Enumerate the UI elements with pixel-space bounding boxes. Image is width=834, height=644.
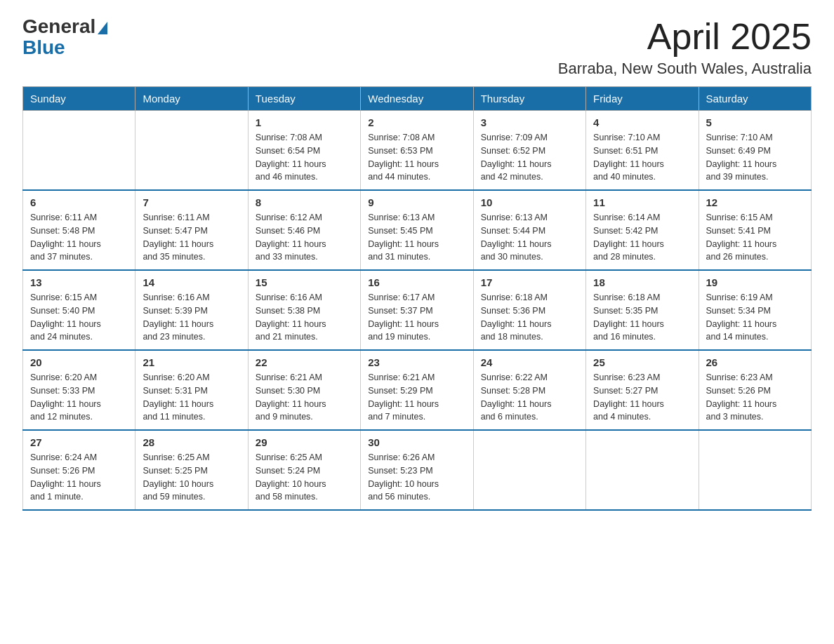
day-info: Sunrise: 6:16 AMSunset: 5:39 PMDaylight:… [143,291,240,344]
calendar-header: SundayMondayTuesdayWednesdayThursdayFrid… [23,87,812,111]
day-number: 6 [30,196,128,208]
day-info: Sunrise: 7:08 AMSunset: 6:53 PMDaylight:… [368,131,465,184]
day-info: Sunrise: 6:15 AMSunset: 5:40 PMDaylight:… [30,291,128,344]
day-number: 4 [593,116,691,128]
day-number: 20 [30,356,128,368]
calendar-body: 1Sunrise: 7:08 AMSunset: 6:54 PMDaylight… [23,111,812,511]
day-cell: 6Sunrise: 6:11 AMSunset: 5:48 PMDaylight… [23,190,135,270]
day-info: Sunrise: 6:19 AMSunset: 5:34 PMDaylight:… [706,291,804,344]
week-row-1: 1Sunrise: 7:08 AMSunset: 6:54 PMDaylight… [23,111,812,191]
day-cell [135,111,248,191]
day-number: 29 [256,436,353,448]
day-cell: 18Sunrise: 6:18 AMSunset: 5:35 PMDayligh… [586,270,699,350]
day-cell [473,430,585,510]
day-number: 23 [368,356,465,368]
day-cell: 8Sunrise: 6:12 AMSunset: 5:46 PMDaylight… [248,190,360,270]
main-title: April 2025 [558,17,812,57]
day-number: 25 [593,356,691,368]
day-info: Sunrise: 6:20 AMSunset: 5:33 PMDaylight:… [30,371,128,424]
day-info: Sunrise: 6:24 AMSunset: 5:26 PMDaylight:… [30,451,128,504]
day-cell: 23Sunrise: 6:21 AMSunset: 5:29 PMDayligh… [361,350,473,430]
day-number: 18 [593,276,691,288]
day-info: Sunrise: 6:23 AMSunset: 5:27 PMDaylight:… [593,371,691,424]
day-cell: 2Sunrise: 7:08 AMSunset: 6:53 PMDaylight… [361,111,473,191]
day-cell: 9Sunrise: 6:13 AMSunset: 5:45 PMDaylight… [361,190,473,270]
header-sunday: Sunday [23,87,135,111]
day-cell: 4Sunrise: 7:10 AMSunset: 6:51 PMDaylight… [586,111,699,191]
day-cell: 28Sunrise: 6:25 AMSunset: 5:25 PMDayligh… [135,430,248,510]
day-info: Sunrise: 6:17 AMSunset: 5:37 PMDaylight:… [368,291,465,344]
day-cell: 25Sunrise: 6:23 AMSunset: 5:27 PMDayligh… [586,350,699,430]
day-info: Sunrise: 7:08 AMSunset: 6:54 PMDaylight:… [256,131,353,184]
day-info: Sunrise: 6:11 AMSunset: 5:47 PMDaylight:… [143,211,240,264]
logo: General Blue [22,17,109,59]
header-thursday: Thursday [473,87,585,111]
day-cell: 7Sunrise: 6:11 AMSunset: 5:47 PMDaylight… [135,190,248,270]
day-number: 12 [706,196,804,208]
day-number: 11 [593,196,691,208]
calendar: SundayMondayTuesdayWednesdayThursdayFrid… [22,86,812,511]
subtitle: Barraba, New South Wales, Australia [558,60,812,78]
day-cell: 29Sunrise: 6:25 AMSunset: 5:24 PMDayligh… [248,430,360,510]
header: General Blue April 2025 Barraba, New Sou… [22,17,812,78]
day-number: 24 [481,356,578,368]
day-cell [586,430,699,510]
week-row-3: 13Sunrise: 6:15 AMSunset: 5:40 PMDayligh… [23,270,812,350]
day-cell: 24Sunrise: 6:22 AMSunset: 5:28 PMDayligh… [473,350,585,430]
logo-blue-text: Blue [22,36,65,59]
day-cell: 19Sunrise: 6:19 AMSunset: 5:34 PMDayligh… [699,270,811,350]
day-number: 9 [368,196,465,208]
week-row-4: 20Sunrise: 6:20 AMSunset: 5:33 PMDayligh… [23,350,812,430]
day-number: 13 [30,276,128,288]
week-row-2: 6Sunrise: 6:11 AMSunset: 5:48 PMDaylight… [23,190,812,270]
day-info: Sunrise: 6:18 AMSunset: 5:35 PMDaylight:… [593,291,691,344]
day-info: Sunrise: 6:21 AMSunset: 5:29 PMDaylight:… [368,371,465,424]
logo-triangle-icon [98,22,107,34]
week-row-5: 27Sunrise: 6:24 AMSunset: 5:26 PMDayligh… [23,430,812,510]
day-info: Sunrise: 6:25 AMSunset: 5:25 PMDaylight:… [143,451,240,504]
day-info: Sunrise: 6:12 AMSunset: 5:46 PMDaylight:… [256,211,353,264]
day-number: 19 [706,276,804,288]
day-number: 10 [481,196,578,208]
day-info: Sunrise: 6:25 AMSunset: 5:24 PMDaylight:… [256,451,353,504]
day-info: Sunrise: 6:21 AMSunset: 5:30 PMDaylight:… [256,371,353,424]
day-info: Sunrise: 6:22 AMSunset: 5:28 PMDaylight:… [481,371,578,424]
day-cell: 1Sunrise: 7:08 AMSunset: 6:54 PMDaylight… [248,111,360,191]
header-tuesday: Tuesday [248,87,360,111]
day-number: 17 [481,276,578,288]
day-number: 26 [706,356,804,368]
day-cell [23,111,135,191]
day-number: 27 [30,436,128,448]
day-info: Sunrise: 6:14 AMSunset: 5:42 PMDaylight:… [593,211,691,264]
day-cell: 3Sunrise: 7:09 AMSunset: 6:52 PMDaylight… [473,111,585,191]
header-friday: Friday [586,87,699,111]
day-cell: 17Sunrise: 6:18 AMSunset: 5:36 PMDayligh… [473,270,585,350]
day-number: 21 [143,356,240,368]
day-number: 1 [256,116,353,128]
logo-general-text: General [22,17,95,36]
header-monday: Monday [135,87,248,111]
day-info: Sunrise: 6:16 AMSunset: 5:38 PMDaylight:… [256,291,353,344]
day-number: 22 [256,356,353,368]
day-cell: 26Sunrise: 6:23 AMSunset: 5:26 PMDayligh… [699,350,811,430]
header-saturday: Saturday [699,87,811,111]
day-cell: 11Sunrise: 6:14 AMSunset: 5:42 PMDayligh… [586,190,699,270]
day-info: Sunrise: 7:10 AMSunset: 6:49 PMDaylight:… [706,131,804,184]
day-number: 3 [481,116,578,128]
day-number: 28 [143,436,240,448]
day-number: 14 [143,276,240,288]
day-number: 5 [706,116,804,128]
day-number: 8 [256,196,353,208]
day-number: 16 [368,276,465,288]
day-cell: 12Sunrise: 6:15 AMSunset: 5:41 PMDayligh… [699,190,811,270]
day-info: Sunrise: 7:10 AMSunset: 6:51 PMDaylight:… [593,131,691,184]
day-cell: 13Sunrise: 6:15 AMSunset: 5:40 PMDayligh… [23,270,135,350]
header-wednesday: Wednesday [361,87,473,111]
day-cell [699,430,811,510]
day-number: 7 [143,196,240,208]
day-cell: 30Sunrise: 6:26 AMSunset: 5:23 PMDayligh… [361,430,473,510]
day-info: Sunrise: 7:09 AMSunset: 6:52 PMDaylight:… [481,131,578,184]
day-cell: 5Sunrise: 7:10 AMSunset: 6:49 PMDaylight… [699,111,811,191]
title-block: April 2025 Barraba, New South Wales, Aus… [558,17,812,78]
day-cell: 14Sunrise: 6:16 AMSunset: 5:39 PMDayligh… [135,270,248,350]
